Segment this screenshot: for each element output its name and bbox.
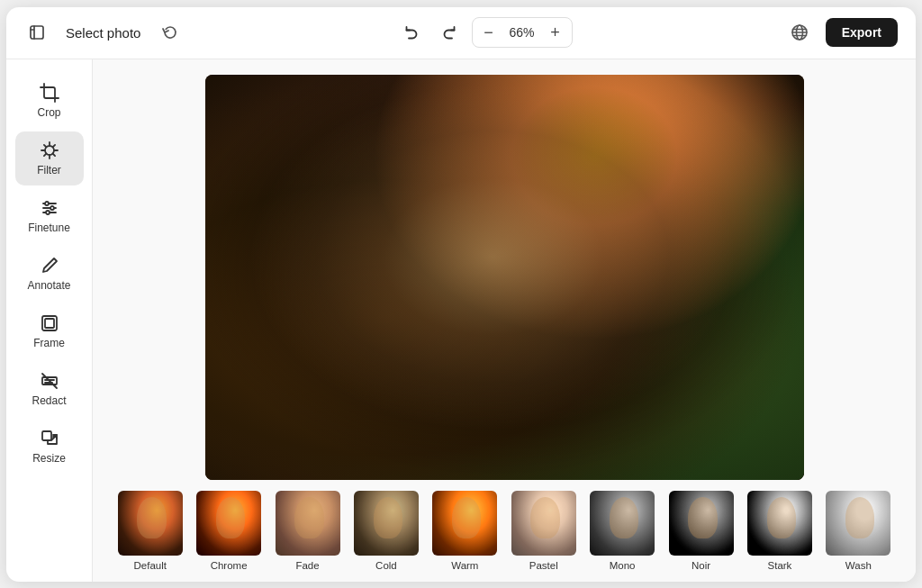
- filter-label-chrome: Chrome: [211, 560, 248, 571]
- filter-thumb-fade: [276, 491, 340, 556]
- crop-label: Crop: [37, 106, 60, 119]
- face-overlay: [205, 75, 804, 480]
- sidebar-item-filter[interactable]: Filter: [15, 131, 84, 185]
- filter-label-noir: Noir: [692, 560, 710, 571]
- filter-thumb-warm: [432, 491, 497, 556]
- sidebar-item-frame[interactable]: Frame: [15, 304, 84, 358]
- resize-icon: [40, 429, 59, 448]
- filter-item-cold[interactable]: Cold: [347, 491, 425, 571]
- zoom-in-button[interactable]: +: [543, 20, 568, 45]
- header-center: − 66% +: [396, 17, 573, 48]
- svg-rect-0: [31, 26, 43, 39]
- expand-button[interactable]: [24, 20, 50, 45]
- filter-item-mono[interactable]: Mono: [583, 491, 661, 571]
- globe-button[interactable]: [784, 17, 815, 48]
- redact-icon: [40, 371, 59, 391]
- filter-label-mono: Mono: [610, 560, 636, 571]
- filter-label-fade: Fade: [295, 560, 319, 571]
- finetune-label: Finetune: [28, 222, 70, 234]
- body: Crop Filter: [6, 59, 916, 582]
- frame-label: Frame: [33, 337, 65, 349]
- app-container: Select photo: [6, 7, 916, 582]
- photo-background: [205, 75, 804, 480]
- select-photo-button[interactable]: Select photo: [60, 22, 146, 44]
- annotate-label: Annotate: [27, 279, 70, 292]
- photo-container[interactable]: [205, 75, 804, 480]
- filters-row: Default Chrome Fade: [111, 482, 898, 571]
- filter-item-noir[interactable]: Noir: [662, 491, 740, 571]
- filter-label-wash: Wash: [845, 560, 872, 571]
- sidebar-item-finetune[interactable]: Finetune: [15, 189, 84, 243]
- svg-line-18: [42, 374, 57, 388]
- filter-thumb-cold: [354, 491, 419, 556]
- history-button[interactable]: [157, 19, 184, 46]
- filter-item-wash[interactable]: Wash: [819, 491, 898, 571]
- main-area: Default Chrome Fade: [93, 59, 916, 582]
- canvas-area: [111, 74, 898, 482]
- crop-icon: [40, 83, 59, 103]
- filter-label: Filter: [37, 164, 61, 176]
- filter-item-warm[interactable]: Warm: [426, 491, 504, 571]
- svg-point-10: [45, 202, 49, 205]
- sidebar: Crop Filter: [6, 59, 93, 582]
- sidebar-item-resize[interactable]: Resize: [15, 420, 84, 474]
- filter-label-stark: Stark: [768, 560, 792, 571]
- header-right: Export: [784, 17, 898, 48]
- annotate-icon: [40, 256, 59, 276]
- filter-thumb-noir: [669, 491, 734, 556]
- svg-rect-14: [45, 319, 54, 328]
- filter-label-default: Default: [133, 560, 166, 571]
- filter-thumb-stark: [747, 491, 812, 556]
- zoom-controls: − 66% +: [472, 17, 573, 48]
- frame-icon: [40, 313, 59, 333]
- filter-thumb-wash: [826, 491, 890, 556]
- resize-label: Resize: [32, 452, 66, 465]
- filter-item-fade[interactable]: Fade: [268, 491, 347, 571]
- sidebar-item-annotate[interactable]: Annotate: [15, 247, 84, 301]
- filter-thumb-default: [118, 491, 183, 556]
- header-left: Select photo: [24, 19, 184, 46]
- filter-item-default[interactable]: Default: [111, 491, 189, 571]
- redact-label: Redact: [32, 394, 66, 407]
- filter-label-cold: Cold: [375, 560, 397, 571]
- svg-point-12: [46, 211, 50, 214]
- redo-button[interactable]: [434, 17, 465, 48]
- filter-thumb-mono: [590, 491, 655, 556]
- filter-item-pastel[interactable]: Pastel: [504, 491, 583, 571]
- filter-icon: [40, 140, 59, 160]
- filter-item-stark[interactable]: Stark: [740, 491, 818, 571]
- filter-label-pastel: Pastel: [529, 560, 558, 571]
- filter-thumb-chrome: [196, 491, 261, 556]
- finetune-icon: [40, 198, 59, 218]
- filter-label-warm: Warm: [451, 560, 478, 571]
- sidebar-item-redact[interactable]: Redact: [15, 362, 84, 416]
- filter-item-chrome[interactable]: Chrome: [189, 491, 267, 571]
- svg-rect-19: [42, 431, 51, 440]
- svg-point-11: [50, 206, 54, 210]
- zoom-out-button[interactable]: −: [476, 20, 502, 45]
- filter-thumb-pastel: [511, 491, 576, 556]
- header: Select photo: [6, 7, 916, 59]
- export-button[interactable]: Export: [826, 18, 898, 47]
- undo-button[interactable]: [396, 17, 427, 48]
- sidebar-item-crop[interactable]: Crop: [15, 74, 84, 128]
- zoom-value: 66%: [503, 25, 541, 40]
